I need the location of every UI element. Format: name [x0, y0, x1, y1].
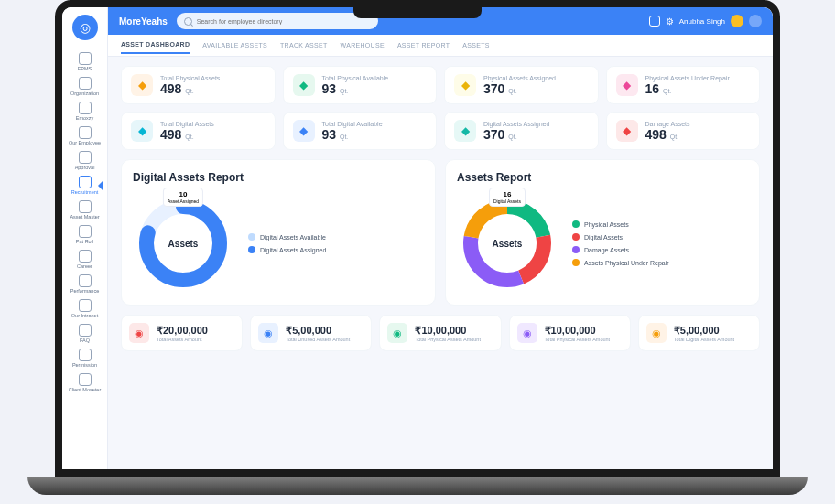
tab-warehouse[interactable]: WAREHOUSE	[341, 38, 385, 53]
metric-card: ◆Digital Assets Assigned370 Qt.	[444, 112, 599, 150]
tab-asset-dashboard[interactable]: ASSET DASHBOARD	[121, 37, 190, 54]
metric-card: ◆Total Digital Available93 Qt.	[283, 112, 438, 150]
metric-card: ◆Damage Assets498 Qt.	[606, 112, 761, 150]
metric-card: ◆Total Physical Assets498 Qt.	[121, 66, 276, 104]
sidebar-item-organization[interactable]: Organization	[67, 74, 103, 99]
legend-item: Damage Assets	[572, 246, 669, 253]
search-input[interactable]	[177, 13, 378, 29]
metric-card: ◆Physical Assets Assigned370 Qt.	[444, 66, 599, 104]
sidebar-item-asset-master[interactable]: Asset Master	[67, 198, 103, 222]
legend-dot	[572, 220, 580, 228]
assets-report: Assets Report 16Digital Assets Assets	[445, 159, 760, 306]
sidebar-item-our-intranet[interactable]: Our Intranet	[67, 296, 103, 321]
search-icon	[184, 17, 192, 26]
legend-item: Digital Assets Available	[248, 233, 326, 241]
nav-icon	[79, 373, 92, 386]
amount-icon: ◉	[517, 323, 537, 343]
avatar[interactable]	[731, 15, 743, 27]
sidebar-item-faq[interactable]: FAQ	[67, 321, 103, 346]
legend-dot	[572, 259, 580, 266]
sidebar-item-our-employee[interactable]: Our Employee	[67, 123, 103, 148]
nav-icon	[79, 176, 92, 188]
amount-card: ◉₹10,00,000Total Physical Assets Amount	[509, 315, 631, 351]
nav-icon	[79, 200, 92, 213]
nav-icon	[79, 151, 92, 164]
amount-card: ◉₹10,00,000Total Physical Assets Amount	[379, 315, 501, 351]
legend-dot	[248, 246, 255, 253]
tab-assets[interactable]: ASSETS	[462, 38, 489, 53]
sidebar: ◎ EPMSOrganizationEmoxzyOur EmployeeAppr…	[62, 7, 108, 469]
legend-item: Physical Assets	[572, 220, 669, 228]
settings-icon[interactable]: ⚙	[666, 16, 674, 27]
amount-icon: ◉	[387, 323, 407, 343]
logo-icon: ◎	[72, 15, 98, 40]
tab-asset-report[interactable]: ASSET REPORT	[397, 38, 450, 53]
menu-icon[interactable]	[749, 15, 762, 27]
nav-icon	[79, 274, 92, 287]
nav-icon	[79, 102, 92, 114]
legend-item: Digital Assets	[572, 233, 669, 241]
sidebar-item-recruitment[interactable]: Recruitment	[67, 173, 103, 198]
legend-item: Assets Physical Under Repair	[572, 259, 669, 266]
metric-icon: ◆	[131, 120, 153, 142]
brand: MoreYeahs	[119, 16, 168, 27]
sidebar-item-permission[interactable]: Permission	[67, 346, 103, 370]
nav-icon	[79, 126, 92, 139]
tabs: ASSET DASHBOARDAVAILABLE ASSETSTRACK ASS…	[108, 35, 773, 57]
tab-available-assets[interactable]: AVAILABLE ASSETS	[202, 38, 267, 53]
user-name: Anubha Singh	[679, 17, 725, 26]
metric-icon: ◆	[454, 120, 476, 142]
sidebar-item-approval[interactable]: Approval	[67, 148, 103, 173]
legend-item: Digital Assets Assigned	[248, 246, 326, 253]
digital-assets-report: Digital Assets Report 10Asset Assigned A…	[121, 159, 436, 306]
amount-card: ◉₹5,00,000Total Digital Assets Amount	[638, 315, 760, 351]
metric-icon: ◆	[454, 74, 476, 96]
amount-icon: ◉	[129, 323, 149, 343]
amount-icon: ◉	[258, 323, 278, 343]
metric-icon: ◆	[616, 74, 638, 96]
legend-dot	[572, 246, 580, 253]
nav-icon	[79, 299, 92, 312]
metric-icon: ◆	[293, 120, 315, 142]
metric-card: ◆Total Physical Available93 Qt.	[283, 66, 438, 104]
nav-icon	[79, 52, 92, 65]
sidebar-item-career[interactable]: Career	[67, 247, 103, 272]
amount-card: ◉₹20,00,000Total Assets Amount	[121, 315, 243, 351]
metric-card: ◆Physical Assets Under Repair16 Qt.	[606, 66, 761, 104]
nav-icon	[79, 349, 92, 361]
legend-dot	[572, 233, 580, 241]
bell-icon[interactable]	[649, 16, 660, 27]
sidebar-item-emoxzy[interactable]: Emoxzy	[67, 99, 103, 123]
metric-icon: ◆	[131, 74, 153, 96]
amount-icon: ◉	[646, 323, 667, 343]
nav-icon	[79, 250, 92, 263]
nav-icon	[79, 324, 92, 337]
amount-card: ◉₹5,00,000Total Unused Assets Amount	[250, 315, 372, 351]
tab-track-asset[interactable]: TRACK ASSET	[280, 38, 328, 53]
metric-icon: ◆	[293, 74, 315, 96]
metric-icon: ◆	[616, 120, 638, 142]
sidebar-item-client-moseter[interactable]: Client Moseter	[67, 370, 103, 395]
nav-icon	[79, 225, 92, 238]
legend-dot	[248, 233, 255, 241]
sidebar-item-pat-roll[interactable]: Pat Roll	[67, 222, 103, 247]
metric-card: ◆Total Digital Assets498 Qt.	[121, 112, 276, 150]
sidebar-item-epms[interactable]: EPMS	[67, 49, 103, 74]
sidebar-item-performance[interactable]: Performance	[67, 272, 103, 296]
nav-icon	[79, 77, 92, 90]
